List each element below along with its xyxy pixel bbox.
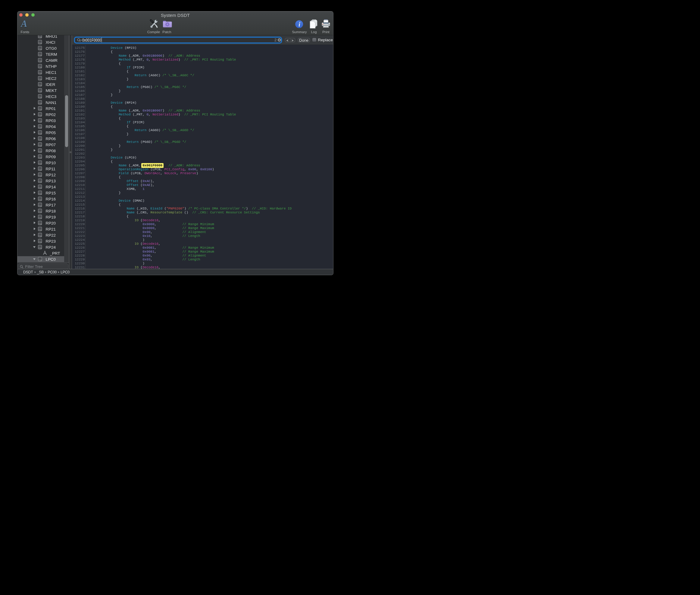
svg-text:i: i [299, 21, 300, 27]
